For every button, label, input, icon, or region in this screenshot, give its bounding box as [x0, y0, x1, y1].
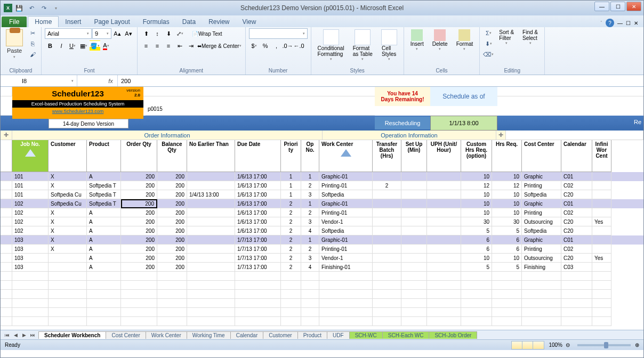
- paste-button[interactable]: Paste▾: [4, 28, 25, 60]
- comma-icon[interactable]: ,: [271, 40, 282, 51]
- cell[interactable]: [401, 272, 427, 281]
- cell[interactable]: 200: [157, 199, 187, 208]
- cell[interactable]: [187, 235, 235, 245]
- cell[interactable]: [492, 308, 522, 317]
- delete-button[interactable]: Delete▾: [429, 28, 451, 52]
- cell[interactable]: [592, 263, 611, 272]
- cell[interactable]: [187, 226, 235, 235]
- cell[interactable]: [1, 299, 12, 308]
- cell[interactable]: [1, 172, 12, 181]
- cell[interactable]: 200: [121, 208, 157, 217]
- cell[interactable]: C02: [561, 245, 592, 254]
- tab-file[interactable]: File: [2, 17, 27, 27]
- cell[interactable]: 103: [12, 235, 49, 245]
- currency-icon[interactable]: $▾: [249, 40, 260, 51]
- align-right-icon[interactable]: ≡: [163, 40, 174, 51]
- tab-data[interactable]: Data: [176, 17, 202, 27]
- format-as-table-button[interactable]: Format as Table▾: [350, 28, 376, 62]
- data-body[interactable]: 101XA2002001/6/13 17:0011Graphic-011010G…: [1, 172, 643, 272]
- cell[interactable]: [373, 254, 401, 263]
- col-customer[interactable]: Customer: [49, 140, 87, 172]
- cell[interactable]: [121, 290, 157, 299]
- cell[interactable]: A: [87, 254, 121, 263]
- cell[interactable]: C20: [561, 254, 592, 263]
- zoom-in-icon[interactable]: ⊕: [635, 342, 639, 348]
- cell[interactable]: [301, 290, 319, 299]
- table-row[interactable]: 103A2002001/7/13 17:0024Finishing-0155Fi…: [1, 263, 643, 272]
- col-transfer-batch[interactable]: Transfer Batch (Hrs): [373, 140, 401, 172]
- maximize-button[interactable]: ☐: [610, 2, 625, 11]
- sheet-tab[interactable]: Cost Center: [106, 331, 146, 339]
- cell[interactable]: [592, 226, 611, 235]
- cell[interactable]: [592, 272, 611, 281]
- page-break-view-icon[interactable]: [533, 341, 544, 349]
- cell[interactable]: [427, 217, 461, 226]
- cell[interactable]: [492, 299, 522, 308]
- cell[interactable]: A: [87, 235, 121, 245]
- cell[interactable]: [592, 208, 611, 217]
- cell[interactable]: X: [49, 172, 87, 181]
- cell[interactable]: [401, 263, 427, 272]
- prev-sheet-icon[interactable]: ◀: [11, 331, 20, 339]
- cell[interactable]: [373, 317, 401, 326]
- decrease-indent-icon[interactable]: ⇤: [174, 40, 185, 51]
- sheet-tab[interactable]: Customer: [263, 331, 297, 339]
- worksheet-area[interactable]: version2.0 Scheduler123 Excel-based Prod…: [1, 87, 643, 330]
- table-row[interactable]: 103A2002001/7/13 17:0023Vendor-11010Outs…: [1, 254, 643, 263]
- cell[interactable]: 103: [12, 245, 49, 254]
- cell[interactable]: Vendor-1: [319, 217, 373, 226]
- cell[interactable]: [187, 217, 235, 226]
- cell[interactable]: Graphic-01: [319, 235, 373, 245]
- cell[interactable]: 10: [461, 172, 492, 181]
- insert-button[interactable]: Insert▾: [407, 28, 427, 52]
- tab-home[interactable]: Home: [28, 16, 59, 27]
- conditional-formatting-button[interactable]: Conditional Formatting▾: [315, 28, 348, 62]
- cell[interactable]: A: [87, 226, 121, 235]
- cell-styles-button[interactable]: Cell Styles▾: [378, 28, 400, 62]
- minimize-button[interactable]: —: [594, 2, 609, 11]
- cell[interactable]: [492, 272, 522, 281]
- scheduler-url[interactable]: www.Scheduler123.com: [12, 108, 143, 114]
- cell[interactable]: [373, 208, 401, 217]
- cell[interactable]: Outsourcing: [522, 217, 561, 226]
- cell[interactable]: 1: [301, 199, 319, 208]
- cell[interactable]: [1, 181, 12, 190]
- next-sheet-icon[interactable]: ▶: [20, 331, 28, 339]
- cell[interactable]: [49, 254, 87, 263]
- align-center-icon[interactable]: ≡: [152, 40, 163, 51]
- cell[interactable]: X: [49, 235, 87, 245]
- cell[interactable]: 2: [281, 245, 301, 254]
- cell[interactable]: C01: [561, 235, 592, 245]
- cell[interactable]: C20: [561, 217, 592, 226]
- cell[interactable]: [427, 272, 461, 281]
- col-cost-center[interactable]: Cost Center: [522, 140, 561, 172]
- cell[interactable]: [561, 317, 592, 326]
- cell[interactable]: [1, 308, 12, 317]
- increase-decimal-icon[interactable]: .0→: [283, 40, 293, 51]
- cell[interactable]: 1/6/13 17:00: [235, 199, 281, 208]
- cell[interactable]: A: [87, 208, 121, 217]
- tab-view[interactable]: View: [236, 17, 263, 27]
- doc-close-icon[interactable]: ✕: [634, 20, 638, 26]
- cell[interactable]: [301, 308, 319, 317]
- doc-restore-icon[interactable]: ☐: [626, 20, 631, 26]
- cell[interactable]: 200: [121, 172, 157, 181]
- col-infini[interactable]: Infini Wor Cent: [592, 140, 611, 172]
- cell[interactable]: 200: [157, 235, 187, 245]
- cell[interactable]: [187, 254, 235, 263]
- cell[interactable]: [373, 226, 401, 235]
- cell[interactable]: [522, 290, 561, 299]
- cell[interactable]: 10: [461, 208, 492, 217]
- cell[interactable]: [561, 299, 592, 308]
- demo-version-button[interactable]: 14-day Demo Version: [49, 119, 128, 128]
- cell[interactable]: [187, 208, 235, 217]
- first-sheet-icon[interactable]: ⏮: [3, 331, 11, 339]
- cell[interactable]: 5: [492, 263, 522, 272]
- cell[interactable]: [319, 290, 373, 299]
- cell[interactable]: [49, 308, 87, 317]
- cell[interactable]: 5: [461, 226, 492, 235]
- cell[interactable]: C20: [561, 190, 592, 199]
- cell[interactable]: Softpedia Cu: [49, 199, 87, 208]
- cell[interactable]: 1/4/13 13:00: [187, 190, 235, 199]
- cell[interactable]: [401, 290, 427, 299]
